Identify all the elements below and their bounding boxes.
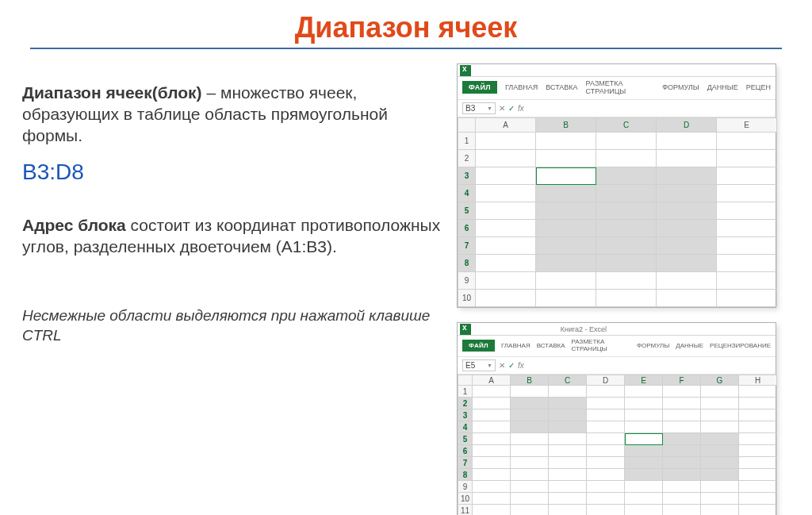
excel-screenshot-2: Книга2 - Excel ФАЙЛ ГЛАВНАЯ ВСТАВКА РАЗМ… <box>457 322 776 515</box>
ribbon-tabs: ФАЙЛ ГЛАВНАЯ ВСТАВКА РАЗМЕТКА СТРАНИЦЫ Ф… <box>458 77 776 100</box>
excel-logo-icon <box>460 324 471 335</box>
tab-review[interactable]: РЕЦЕНЗИРОВАНИЕ <box>710 342 771 349</box>
worksheet-grid[interactable]: A B C D E 1 2 3 4 5 6 7 8 9 10 <box>458 117 777 307</box>
fx-icon[interactable]: fx <box>518 104 524 113</box>
page-title: Диапазон ячеек <box>22 11 790 44</box>
tab-file[interactable]: ФАЙЛ <box>462 81 497 94</box>
range-reference: B3:D8 <box>22 159 446 185</box>
worksheet-grid-2[interactable]: A B C D E F G H 1 2 3 4 5 6 7 <box>458 375 777 515</box>
tab-layout[interactable]: РАЗМЕТКА СТРАНИЦЫ <box>586 79 655 95</box>
term-bold: Диапазон ячеек(блок) <box>22 83 202 102</box>
col-B[interactable]: B <box>536 118 596 133</box>
definition-paragraph: Диапазон ячеек(блок) – множество ячеек, … <box>22 83 446 147</box>
fx-icon[interactable]: fx <box>518 361 524 370</box>
excel-screenshot-1: ФАЙЛ ГЛАВНАЯ ВСТАВКА РАЗМЕТКА СТРАНИЦЫ Ф… <box>457 63 776 308</box>
divider <box>30 48 782 49</box>
tab-layout[interactable]: РАЗМЕТКА СТРАНИЦЫ <box>572 338 630 352</box>
enter-icon[interactable]: ✓ <box>508 104 515 113</box>
enter-icon[interactable]: ✓ <box>508 361 515 370</box>
col-E[interactable]: E <box>717 118 777 133</box>
tab-formulas[interactable]: ФОРМУЛЫ <box>662 83 699 91</box>
ribbon-tabs-2: ФАЙЛ ГЛАВНАЯ ВСТАВКА РАЗМЕТКА СТРАНИЦЫ Ф… <box>458 336 776 357</box>
col-D[interactable]: D <box>657 118 717 133</box>
cancel-icon[interactable]: ✕ <box>499 104 505 113</box>
window-title: Книга2 - Excel <box>561 325 607 333</box>
address-term-bold: Адрес блока <box>22 216 126 234</box>
tab-formulas[interactable]: ФОРМУЛЫ <box>637 342 669 349</box>
tab-file[interactable]: ФАЙЛ <box>462 340 495 352</box>
name-box[interactable]: B3▼ <box>462 102 496 114</box>
tab-insert[interactable]: ВСТАВКА <box>537 342 565 349</box>
tab-review[interactable]: РЕЦЕН <box>746 83 771 91</box>
tab-home[interactable]: ГЛАВНАЯ <box>505 83 538 91</box>
col-A[interactable]: A <box>476 118 536 133</box>
tab-home[interactable]: ГЛАВНАЯ <box>501 342 530 349</box>
tab-data[interactable]: ДАННЫЕ <box>676 342 703 349</box>
ctrl-note: Несмежные области выделяются при нажатой… <box>22 306 446 345</box>
tab-insert[interactable]: ВСТАВКА <box>546 83 577 91</box>
name-box[interactable]: E5▼ <box>462 359 496 371</box>
col-C[interactable]: C <box>596 118 657 133</box>
tab-data[interactable]: ДАННЫЕ <box>707 83 738 91</box>
cancel-icon[interactable]: ✕ <box>499 361 505 370</box>
address-paragraph: Адрес блока состоит из координат противо… <box>22 215 446 258</box>
excel-logo-icon <box>460 65 471 76</box>
